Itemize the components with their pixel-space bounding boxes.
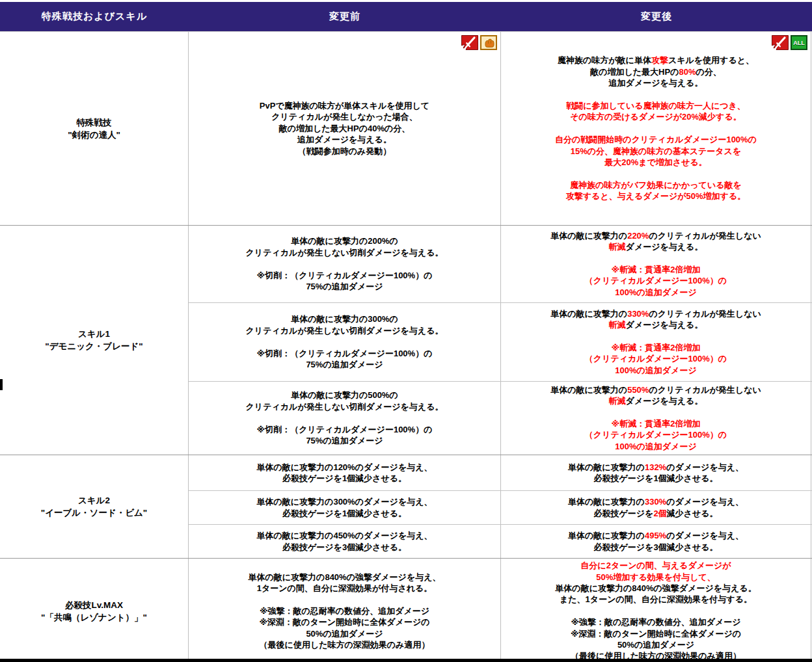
body-text: 追加ダメージを与える。 [297,135,392,144]
before-cell: 単体の敵に攻撃力の840%の強撃ダメージを与え、1ターンの間、自分に深淵効果が付… [189,559,501,662]
cell-text: 単体の敵に攻撃力の220%のクリティカルが発生しない斬滅ダメージを与える。 ※斬… [501,230,811,298]
body-text: のクリティカルが発生しない [649,309,761,319]
skill-label: スキル2"イーブル・ソード・ビム" [0,455,189,558]
body-text: 単体の敵に攻撃力の450%のダメージを与え、 [257,531,433,540]
highlighted-red-text: 斬滅 [609,320,626,330]
body-text: 敵の増加した最大HPの [590,67,679,77]
text-line: 単体の敵に攻撃力の840%の強撃ダメージを与え、 [189,572,500,583]
body-text: 75%の追加ダメージ [306,436,383,445]
body-text: （最後に使用した味方の深淵効果のみ適用） [260,640,430,650]
subrows: 単体の敵に攻撃力の200%のクリティカルが発生しない切削ダメージを与える。 ※切… [189,226,812,455]
highlighted-red-text: ※斬滅：貫通率2倍増加 [612,265,701,274]
highlighted-red-text: 50%増加する効果を付与して、 [596,572,716,582]
body-text: のダメージを与え、 [666,531,744,540]
skill-group-4: 必殺技Lv.MAX"「共鳴（レゾナント）」"単体の敵に攻撃力の840%の強撃ダメ… [0,559,812,662]
text-line: ※深淵：敵のターン開始時に全体ダメージの [189,616,500,628]
text-line: 75%の追加ダメージ [189,359,500,370]
body-text: ※切削：（クリティカルダメージー100%）の [257,349,433,358]
body-text: 単体の敵に攻撃力の840%の強撃ダメージを与える。 [555,583,756,593]
text-line: 100%の追加ダメージ [501,287,811,298]
text-line: 必殺技ゲージを3個減少させる。 [189,542,500,553]
after-cell: 自分に2ターンの間、与えるダメージが50%増加する効果を付与して、単体の敵に攻撃… [501,559,811,662]
table-row: 単体の敵に攻撃力の500%のクリティカルが発生しない切削ダメージを与える。 ※切… [189,381,812,455]
text-line [189,412,500,423]
body-text: 単体の敵に攻撃力の [568,497,645,507]
cell-text: 単体の敵に攻撃力の330%のクリティカルが発生しない斬滅ダメージを与える。 ※斬… [501,308,811,376]
after-cell: 単体の敵に攻撃力の495%のダメージを与え、必殺技ゲージを3個減少させる。 [501,525,811,558]
text-line: クリティカルが発生しない切削ダメージを与える。 [189,247,500,258]
table-row: 単体の敵に攻撃力の300%のクリティカルが発生しない切削ダメージを与える。 ※切… [189,302,812,381]
text-line: 単体の敵に攻撃力の840%の強撃ダメージを与える。 [501,583,811,594]
table-bottom-border [0,659,812,662]
highlighted-red-text: 斬滅 [609,396,626,406]
text-line: 100%の追加ダメージ [501,441,811,452]
table-row: 単体の敵に攻撃力の840%の強撃ダメージを与え、1ターンの間、自分に深淵効果が付… [189,559,812,662]
body-text: ダメージを与える。 [626,396,703,406]
highlighted-red-text: 550% [627,385,649,395]
highlighted-red-text: ※斬滅：貫通率2倍増加 [612,419,701,429]
highlighted-red-text: その味方の受けるダメージが20%減少する。 [570,112,741,122]
cell-text: 単体の敵に攻撃力の200%のクリティカルが発生しない切削ダメージを与える。 ※切… [189,235,500,292]
body-text: クリティカルが発生しない切削ダメージを与える。 [246,326,444,336]
highlighted-red-text: 最大20%まで増加させる。 [604,157,707,167]
body-text: 単体の敵に攻撃力の [568,462,645,472]
body-text: 単体の敵に攻撃力の840%の強撃ダメージを与え、 [249,572,441,582]
text-line: 単体の敵に攻撃力の500%の [189,390,500,401]
cell-icons [461,35,497,50]
text-line: 必殺技ゲージを3個減少させる。 [501,542,811,553]
after-cell: 単体の敵に攻撃力の330%のクリティカルが発生しない斬滅ダメージを与える。 ※斬… [501,303,811,381]
text-line: 自分の戦闘開始時のクリティカルダメージー100%の [501,134,811,145]
text-line: 単体の敵に攻撃力の300%の [189,313,500,324]
body-text: のダメージを与え、 [666,462,744,472]
body-text: （戦闘参加時のみ発動） [298,146,392,156]
subrows: 単体の敵に攻撃力の120%のダメージを与え、必殺技ゲージを1個減少させる。単体の… [189,455,812,558]
highlighted-red-text: （クリティカルダメージー100%）の [585,276,727,285]
body-text: ※切削：（クリティカルダメージー100%）の [257,271,433,280]
table-row: 単体の敵に攻撃力の300%のダメージを与え、必殺技ゲージを1個減少させる。単体の… [189,490,812,524]
body-text: 必殺技ゲージを3個減少させる。 [282,542,407,552]
text-line: 50%の追加ダメージ [501,639,811,650]
text-line: 攻撃すると、与えるダメージが50%増加する。 [501,191,811,202]
highlighted-red-text: 100%の追加ダメージ [615,442,696,451]
body-text: 単体の敵に攻撃力の120%のダメージを与え、 [257,462,433,472]
highlighted-red-text: 80% [679,67,696,77]
skill-label-line: "イーブル・ソード・ビム" [41,507,148,519]
highlighted-red-text: 魔神族の味方がバフ効果にかかっている敵を [570,180,742,190]
text-line: 斬滅ダメージを与える。 [501,319,811,330]
before-cell: 単体の敵に攻撃力の500%のクリティカルが発生しない切削ダメージを与える。 ※切… [189,382,501,455]
highlighted-red-text: 330% [645,497,666,507]
text-line: 単体の敵に攻撃力の450%のダメージを与え、 [189,530,500,541]
text-line: ※斬滅：貫通率2倍増加 [501,418,811,429]
text-line: 斬滅ダメージを与える。 [501,395,811,406]
text-line [501,89,811,100]
text-line: 敵の増加した最大HPの40%の分、 [189,123,500,134]
attack-skill-icon [772,35,789,50]
cell-text: 単体の敵に攻撃力の840%の強撃ダメージを与え、1ターンの間、自分に深淵効果が付… [189,572,500,651]
text-line [189,336,500,347]
body-text: 50%の追加ダメージ [617,640,694,650]
text-line [501,407,811,418]
cell-text: 単体の敵に攻撃力の120%のダメージを与え、必殺技ゲージを1個減少させる。 [189,462,500,484]
cell-text: 単体の敵に攻撃力の300%のダメージを与え、必殺技ゲージを1個減少させる。 [189,496,500,519]
highlighted-red-text: 330% [627,309,649,319]
highlighted-red-text: 斬滅 [609,242,626,252]
body-text: 敵の増加した最大HPの40%の分、 [279,124,411,133]
body-text: 単体の敵に攻撃力の [550,385,627,395]
highlighted-red-text: （クリティカルダメージー100%）の [585,354,727,364]
before-cell: 単体の敵に攻撃力の200%のクリティカルが発生しない切削ダメージを与える。 ※切… [189,226,501,302]
body-text: 単体の敵に攻撃力の200%の [291,236,398,246]
text-line [501,605,811,616]
text-line: 単体の敵に攻撃力の330%のクリティカルが発生しない [501,308,811,319]
text-line: 単体の敵に攻撃力の132%のダメージを与え、 [501,462,811,473]
text-line: また、1ターンの間、自分に深淵効果を付与する。 [501,594,811,605]
highlighted-red-text: 自分の戦闘開始時のクリティカルダメージー100%の [555,135,757,144]
text-line: 自分に2ターンの間、与えるダメージが [501,560,811,571]
skill-label: 特殊戦技"剣術の達人" [0,32,189,225]
text-line [189,594,500,605]
subrows: 単体の敵に攻撃力の840%の強撃ダメージを与え、1ターンの間、自分に深淵効果が付… [189,559,812,662]
body-text: 必殺技ゲージを1個減少させる。 [593,473,718,483]
text-line: （クリティカルダメージー100%）の [501,353,811,364]
text-line [189,258,500,269]
text-line: PvPで魔神族の味方が単体スキルを使用して [189,100,500,111]
highlighted-red-text: 攻撃 [651,55,668,65]
